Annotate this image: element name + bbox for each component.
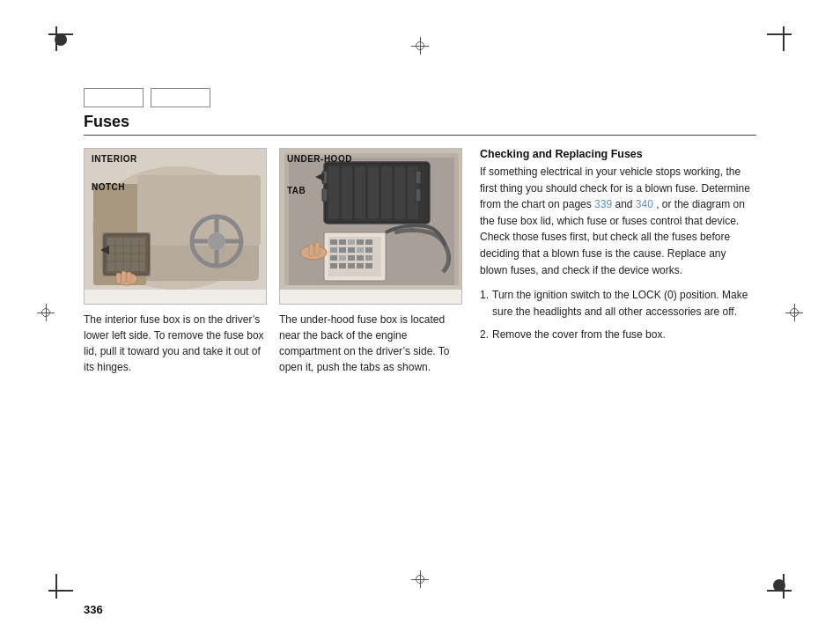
svg-rect-33	[355, 166, 365, 219]
svg-rect-32	[342, 166, 352, 219]
underhood-image-panel: UNDER-HOOD TAB	[279, 148, 462, 305]
svg-rect-49	[365, 239, 372, 245]
interior-label: INTERIOR	[92, 154, 137, 164]
interior-panel-col: INTERIOR NOTCH	[84, 148, 267, 375]
svg-rect-48	[357, 239, 364, 245]
svg-rect-62	[348, 263, 355, 268]
svg-rect-34	[368, 166, 379, 219]
svg-rect-46	[339, 239, 346, 245]
title-rule	[84, 135, 756, 136]
tab-1	[84, 88, 144, 107]
svg-rect-45	[330, 239, 337, 245]
step-1-text: Turn the ignition switch to the LOCK (0)…	[492, 287, 756, 320]
underhood-illustration	[280, 149, 462, 290]
svg-rect-54	[365, 247, 372, 253]
svg-rect-56	[339, 255, 346, 261]
notch-label: NOTCH	[92, 182, 125, 192]
interior-caption: The interior fuse box is on the driver’s…	[84, 312, 267, 375]
step-2-num: 2.	[480, 327, 489, 343]
corner-mark-tr	[767, 26, 792, 51]
link-340[interactable]: 340	[636, 198, 653, 210]
bullet-mark-tl	[55, 33, 67, 46]
svg-rect-55	[330, 255, 337, 261]
tab-label: TAB	[287, 186, 306, 195]
panels-area: INTERIOR NOTCH	[84, 148, 462, 375]
svg-rect-50	[330, 247, 337, 253]
svg-rect-31	[328, 166, 339, 219]
content-row: INTERIOR NOTCH	[84, 148, 756, 375]
svg-rect-36	[394, 166, 405, 219]
svg-rect-19	[127, 272, 131, 283]
body-text-intro: If something electrical in your vehicle …	[480, 164, 756, 278]
main-content: Fuses INTERIOR NOTCH	[84, 88, 756, 563]
step-1: 1. Turn the ignition switch to the LOCK …	[480, 287, 756, 320]
tab-2	[151, 88, 210, 107]
svg-rect-7	[107, 238, 145, 271]
svg-rect-40	[416, 171, 421, 184]
svg-rect-51	[339, 247, 346, 253]
underhood-caption: The under-hood fuse box is located near …	[279, 312, 462, 375]
svg-rect-53	[357, 247, 364, 253]
bullet-mark-br	[773, 579, 785, 592]
link-339[interactable]: 339	[594, 198, 612, 210]
step-2: 2. Remove the cover from the fuse box.	[480, 327, 756, 343]
header-tabs	[84, 88, 756, 107]
svg-rect-35	[381, 166, 392, 219]
svg-rect-52	[348, 247, 355, 253]
svg-rect-41	[416, 188, 421, 202]
cross-mark-right	[785, 304, 803, 321]
interior-image-panel: INTERIOR NOTCH	[84, 148, 267, 305]
section-heading: Checking and Replacing Fuses	[480, 148, 756, 160]
svg-rect-60	[330, 263, 337, 268]
svg-rect-66	[309, 244, 313, 256]
svg-rect-57	[348, 255, 355, 261]
svg-rect-39	[322, 188, 328, 202]
svg-rect-59	[365, 255, 372, 261]
svg-rect-47	[348, 239, 355, 245]
svg-rect-67	[315, 242, 320, 255]
page-number: 336	[84, 603, 103, 616]
cross-mark-top	[411, 37, 429, 55]
interior-illustration	[85, 149, 267, 290]
cross-mark-bottom	[411, 570, 429, 588]
svg-rect-58	[357, 255, 364, 261]
svg-rect-63	[357, 263, 364, 268]
corner-mark-bl	[48, 574, 73, 599]
step-1-num: 1.	[480, 287, 489, 320]
cross-mark-left	[37, 304, 55, 321]
svg-rect-17	[116, 273, 121, 283]
svg-rect-18	[122, 271, 126, 283]
svg-rect-64	[365, 263, 372, 268]
and-text: and	[612, 198, 636, 210]
right-column: Checking and Replacing Fuses If somethin…	[462, 148, 756, 350]
step-2-text: Remove the cover from the fuse box.	[492, 327, 666, 343]
underhood-panel-col: UNDER-HOOD TAB	[279, 148, 462, 375]
underhood-label: UNDER-HOOD	[287, 154, 352, 164]
svg-point-21	[208, 232, 225, 250]
page-title: Fuses	[84, 113, 756, 131]
svg-rect-61	[339, 263, 346, 268]
